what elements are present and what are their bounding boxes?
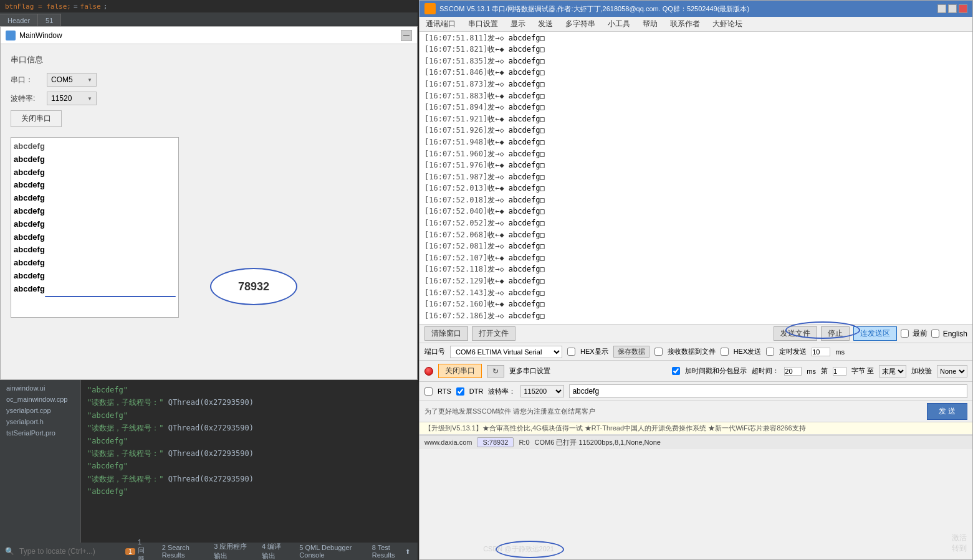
tab-51[interactable]: 51 (38, 14, 61, 26)
file-item-mainwindow-ui[interactable]: ainwindow.ui (0, 382, 80, 394)
log-line: [16:07:52.160]收←◆ abcdefg□ (424, 298, 967, 310)
log-direction: 收←◆ (487, 254, 504, 262)
log-direction: 发→◇ (487, 219, 504, 227)
promo-text: 为了更好地发展SSCOM软件 请您为注册嘉立创结尾客户 (424, 407, 595, 416)
port-combobox[interactable]: COM5 ▼ (47, 73, 97, 87)
hex-send-checkbox[interactable] (721, 348, 729, 356)
close-port-button[interactable]: 关闭串口 (11, 110, 62, 127)
continue-send-button[interactable]: 连发送区 (853, 326, 897, 341)
qt-tabs: Header 51 (0, 12, 418, 26)
timed-unit-label: ms (835, 348, 845, 356)
send-text-input[interactable] (569, 384, 967, 398)
timeout-input[interactable] (784, 367, 802, 376)
tab-qml-debugger[interactable]: 5 QML Debugger Console (297, 544, 362, 559)
send-button[interactable]: 发 送 (927, 403, 967, 420)
log-data: abcdefg□ (509, 115, 545, 123)
send-file-button[interactable]: 发送文件 (774, 326, 817, 341)
log-direction: 发→◇ (487, 80, 504, 88)
clear-window-button[interactable]: 清除窗口 (424, 326, 468, 341)
menu-multi-string[interactable]: 多字符串 (559, 17, 602, 31)
log-line: [16:07:51.976]收←◆ abcdefg□ (424, 159, 967, 171)
tab-app-output[interactable]: 3 应用程序输出 (211, 542, 252, 560)
search-input[interactable] (19, 547, 113, 556)
tab-search-results[interactable]: 2 Search Results (160, 544, 204, 559)
file-item-serialport-h[interactable]: yserialport.h (0, 416, 80, 427)
log-data: abcdefg□ (509, 149, 545, 158)
log-direction: 发→◇ (487, 288, 504, 297)
baudrate-combobox[interactable]: 11520 ▼ (47, 92, 97, 105)
log-line: [16:07:52.018]发→◇ abcdefg□ (424, 194, 967, 206)
menu-port-settings[interactable]: 串口设置 (462, 17, 504, 31)
tab-problems[interactable]: 1 1 问题 (123, 538, 152, 560)
byte-from-input[interactable] (833, 367, 846, 376)
baudrate-value: 11520 (51, 94, 72, 103)
file-item-mainwindow-cpp[interactable]: oc_mainwindow.cpp (0, 394, 80, 405)
qt-close-button[interactable]: — (401, 30, 412, 41)
refresh-button[interactable]: ↻ (487, 365, 504, 377)
menu-send[interactable]: 发送 (532, 17, 559, 31)
sscom-log[interactable]: [16:07:51.715]发→◇ abcdefg□[16:07:51.725]… (419, 32, 972, 325)
sscom-maximize-button[interactable] (948, 4, 957, 13)
log-time: [16:07:51.846] (424, 68, 487, 77)
port-row: 串口： COM5 ▼ (11, 73, 407, 87)
log-time: [16:07:51.921] (424, 115, 487, 123)
menu-help[interactable]: 帮助 (636, 17, 664, 31)
log-direction: 收←◆ (487, 230, 504, 239)
log-data: abcdefg□ (509, 265, 545, 273)
timed-send-checkbox[interactable] (766, 348, 774, 356)
baudrate-select[interactable]: 115200 (520, 385, 564, 397)
menu-comm-port[interactable]: 通讯端口 (419, 17, 462, 31)
sscom-port-select[interactable]: COM6 ELTIMA Virtual Serial (450, 346, 562, 358)
log-time: [16:07:52.040] (424, 207, 487, 216)
rts-checkbox[interactable] (424, 387, 433, 396)
log-time: [16:07:51.987] (424, 173, 487, 181)
log-direction: 收←◆ (487, 184, 504, 192)
close-port-button[interactable]: 关闭串口 (438, 364, 482, 378)
english-checkbox[interactable] (931, 330, 939, 338)
log-line: [16:07:51.921]收←◆ abcdefg□ (424, 113, 967, 125)
tab-compile-output[interactable]: 4 编译输出 (259, 542, 289, 560)
list-item: abcdefg (14, 283, 176, 296)
qt-titlebar: MainWindow — (1, 27, 417, 44)
timed-send-label: 定时发送 (779, 347, 807, 356)
tab-header[interactable]: Header (0, 14, 38, 26)
log-data: abcdefg□ (509, 92, 545, 100)
baudrate-row: 波特率: 11520 ▼ (11, 92, 407, 105)
log-direction: 收←◆ (487, 277, 504, 285)
receive-to-file-checkbox[interactable] (654, 348, 663, 356)
file-item-serialport-cpp[interactable]: yserialport.cpp (0, 405, 80, 416)
port-value: COM5 (51, 75, 73, 84)
timed-interval-input[interactable] (812, 348, 830, 356)
baudrate-label-2: 波特率： (488, 387, 515, 396)
tab-test-results[interactable]: 8 Test Results ⬆ (370, 544, 413, 559)
sscom-minimize-button[interactable] (937, 4, 946, 13)
add-timestamp-checkbox[interactable] (672, 367, 680, 375)
sscom-toolbar: 清除窗口 打开文件 发送文件 停止 连发送区 最前 English (419, 325, 972, 343)
menu-contact[interactable]: 联系作者 (664, 17, 706, 31)
save-data-button[interactable]: 保存数据 (613, 346, 649, 358)
file-item-pro[interactable]: tstSerialPort.pro (0, 427, 80, 439)
sscom-website: www.daxia.com (424, 439, 472, 446)
text-display[interactable]: abcdefg abcdefg abcdefg abcdefg abcdefg … (11, 137, 179, 318)
sscom-close-button[interactable] (959, 4, 967, 13)
code-line: "读数据，子线程号：" QThread(0x27293590) (87, 396, 411, 409)
stop-button[interactable]: 停止 (821, 326, 850, 341)
menu-display[interactable]: 显示 (504, 17, 532, 31)
open-file-button[interactable]: 打开文件 (472, 326, 515, 341)
log-time: [16:07:51.835] (424, 57, 487, 65)
dtr-checkbox[interactable] (456, 387, 464, 396)
log-data: abcdefg□ (509, 230, 545, 239)
menu-forum[interactable]: 大虾论坛 (706, 17, 749, 31)
log-time: [16:07:52.160] (424, 300, 487, 308)
checksum-select[interactable]: None (937, 365, 967, 377)
log-direction: 发→◇ (487, 103, 504, 112)
search-icon: 🔍 (5, 547, 14, 556)
menu-tools[interactable]: 小工具 (602, 17, 636, 31)
hex-display-checkbox[interactable] (567, 348, 575, 356)
hex-display-label: HEX显示 (580, 347, 608, 356)
adv-text: 【升级到V5.13.1】★合审高性价比,4G模块值得一试 ★RT-Thread中… (424, 424, 806, 432)
byte-to-select[interactable]: 末尾 (879, 365, 906, 377)
log-line: [16:07:51.987]发→◇ abcdefg□ (424, 171, 967, 183)
last-checkbox[interactable] (901, 330, 909, 338)
log-time: [16:07:52.107] (424, 254, 487, 262)
